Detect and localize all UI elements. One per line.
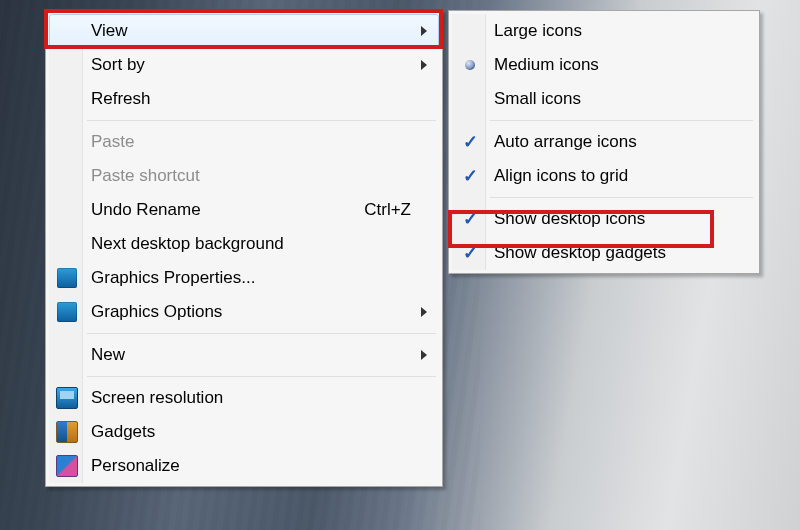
screen-resolution-icon xyxy=(55,386,79,410)
submenu-item-large-icons[interactable]: Large icons xyxy=(452,14,756,48)
checkmark-icon: ✓ xyxy=(458,164,482,188)
submenu-item-show-desktop-gadgets[interactable]: ✓ Show desktop gadgets xyxy=(452,236,756,270)
menu-item-refresh[interactable]: Refresh xyxy=(49,82,439,116)
gadgets-icon xyxy=(55,420,79,444)
view-submenu: Large icons Medium icons Small icons ✓ A… xyxy=(448,10,760,274)
submenu-item-show-desktop-icons[interactable]: ✓ Show desktop icons xyxy=(452,202,756,236)
menu-item-sort-by[interactable]: Sort by xyxy=(49,48,439,82)
menu-item-shortcut: Ctrl+Z xyxy=(364,200,429,220)
radio-bullet-icon xyxy=(458,53,482,77)
menu-item-graphics-properties[interactable]: Graphics Properties... xyxy=(49,261,439,295)
menu-separator xyxy=(87,376,436,377)
desktop-context-menu: View Sort by Refresh Paste Paste shortcu… xyxy=(45,10,443,487)
menu-item-label: Undo Rename xyxy=(91,200,364,220)
submenu-item-small-icons[interactable]: Small icons xyxy=(452,82,756,116)
menu-item-label: Auto arrange icons xyxy=(494,132,746,152)
menu-item-new[interactable]: New xyxy=(49,338,439,372)
submenu-arrow-icon xyxy=(421,350,427,360)
menu-item-label: New xyxy=(91,345,421,365)
menu-item-label: Gadgets xyxy=(91,422,429,442)
intel-graphics-icon xyxy=(55,266,79,290)
submenu-arrow-icon xyxy=(421,307,427,317)
menu-item-label: View xyxy=(91,21,421,41)
submenu-item-align-icons-to-grid[interactable]: ✓ Align icons to grid xyxy=(452,159,756,193)
menu-separator xyxy=(87,333,436,334)
menu-item-label: Large icons xyxy=(494,21,746,41)
menu-separator xyxy=(87,120,436,121)
menu-separator xyxy=(490,197,753,198)
menu-item-label: Screen resolution xyxy=(91,388,429,408)
menu-item-paste: Paste xyxy=(49,125,439,159)
menu-item-label: Show desktop icons xyxy=(494,209,746,229)
menu-item-view[interactable]: View xyxy=(49,14,439,48)
menu-item-screen-resolution[interactable]: Screen resolution xyxy=(49,381,439,415)
menu-item-label: Sort by xyxy=(91,55,421,75)
menu-item-label: Show desktop gadgets xyxy=(494,243,746,263)
submenu-item-medium-icons[interactable]: Medium icons xyxy=(452,48,756,82)
menu-item-label: Medium icons xyxy=(494,55,746,75)
menu-item-graphics-options[interactable]: Graphics Options xyxy=(49,295,439,329)
menu-item-next-desktop-background[interactable]: Next desktop background xyxy=(49,227,439,261)
menu-item-label: Graphics Properties... xyxy=(91,268,429,288)
menu-item-personalize[interactable]: Personalize xyxy=(49,449,439,483)
checkmark-icon: ✓ xyxy=(458,207,482,231)
submenu-arrow-icon xyxy=(421,60,427,70)
menu-item-label: Personalize xyxy=(91,456,429,476)
menu-separator xyxy=(490,120,753,121)
menu-item-label: Paste xyxy=(91,132,429,152)
checkmark-icon: ✓ xyxy=(458,241,482,265)
intel-graphics-icon xyxy=(55,300,79,324)
personalize-icon xyxy=(55,454,79,478)
menu-item-gadgets[interactable]: Gadgets xyxy=(49,415,439,449)
menu-item-label: Align icons to grid xyxy=(494,166,746,186)
menu-item-paste-shortcut: Paste shortcut xyxy=(49,159,439,193)
menu-item-undo-rename[interactable]: Undo Rename Ctrl+Z xyxy=(49,193,439,227)
checkmark-icon: ✓ xyxy=(458,130,482,154)
menu-item-label: Paste shortcut xyxy=(91,166,429,186)
submenu-arrow-icon xyxy=(421,26,427,36)
menu-item-label: Next desktop background xyxy=(91,234,429,254)
submenu-item-auto-arrange-icons[interactable]: ✓ Auto arrange icons xyxy=(452,125,756,159)
menu-item-label: Refresh xyxy=(91,89,429,109)
menu-item-label: Graphics Options xyxy=(91,302,421,322)
menu-item-label: Small icons xyxy=(494,89,746,109)
